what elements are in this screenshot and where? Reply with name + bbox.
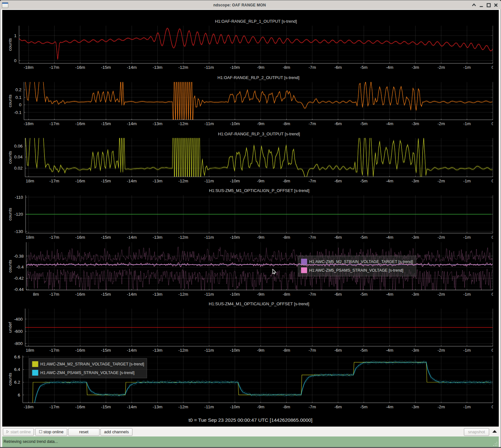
svg-text:-4m: -4m (386, 121, 393, 126)
svg-text:-11m: -11m (204, 179, 214, 183)
svg-text:-17m: -17m (50, 348, 60, 353)
svg-text:-3m: -3m (412, 235, 419, 240)
svg-text:-13m: -13m (153, 292, 163, 297)
svg-text:0: 0 (14, 58, 17, 63)
svg-text:-6m: -6m (334, 292, 342, 297)
svg-text:-14m: -14m (127, 121, 137, 126)
svg-text:-16m: -16m (75, 292, 85, 297)
svg-text:-1m: -1m (463, 179, 471, 183)
svg-text:-800: -800 (14, 341, 23, 346)
svg-text:H1:OAF-RANGE_RLP_2_OUTPUT [s-t: H1:OAF-RANGE_RLP_2_OUTPUT [s-trend] (218, 75, 299, 80)
svg-text:-11m: -11m (204, 404, 214, 409)
svg-text:-6m: -6m (334, 235, 342, 240)
svg-text:-14m: -14m (127, 404, 137, 409)
svg-text:-3m: -3m (412, 121, 419, 126)
svg-text:-1m: -1m (463, 404, 471, 409)
svg-text:-14m: -14m (127, 235, 137, 240)
svg-text:-15m: -15m (101, 65, 111, 70)
svg-text:-15m: -15m (101, 179, 111, 183)
svg-text:t0 = Tue Sep 23 2025 00:00:47: t0 = Tue Sep 23 2025 00:00:47 UTC [14426… (188, 417, 312, 423)
svg-text:-0.44: -0.44 (14, 287, 24, 292)
svg-text:8m: 8m (33, 292, 39, 297)
svg-text:-0.38: -0.38 (14, 254, 24, 259)
svg-text:-17m: -17m (50, 179, 60, 183)
svg-text:-12m: -12m (179, 179, 188, 183)
svg-text:-3m: -3m (412, 65, 419, 70)
svg-text:0.02: 0.02 (14, 166, 22, 171)
svg-text:-3m: -3m (412, 292, 419, 297)
svg-text:-15m: -15m (101, 348, 111, 353)
svg-text:-2m: -2m (437, 179, 445, 183)
svg-text:H1:SUS-ZM4_M1_OPTICALIGN_P_OFF: H1:SUS-ZM4_M1_OPTICALIGN_P_OFFSET [s-tre… (209, 301, 309, 306)
svg-text:-2m: -2m (437, 235, 445, 240)
svg-text:-0.4: -0.4 (16, 265, 24, 269)
svg-text:-11m: -11m (204, 235, 214, 240)
svg-text:-3m: -3m (412, 348, 419, 353)
svg-text:-6m: -6m (334, 348, 342, 353)
svg-text:-600: -600 (14, 329, 23, 334)
svg-text:6: 6 (18, 393, 20, 397)
svg-text:0.1: 0.1 (15, 95, 21, 100)
svg-text:-16m: -16m (75, 179, 85, 183)
svg-text:-1m: -1m (463, 121, 471, 126)
svg-text:0.04: 0.04 (14, 155, 23, 159)
svg-text:-6m: -6m (334, 404, 342, 409)
svg-text:-4m: -4m (386, 65, 393, 70)
svg-text:18m: 18m (26, 235, 34, 240)
svg-text:-5m: -5m (360, 292, 368, 297)
svg-text:counts: counts (8, 151, 12, 164)
svg-text:-9m: -9m (257, 235, 264, 240)
svg-text:-13m: -13m (153, 348, 163, 353)
svg-text:-11m: -11m (204, 121, 214, 126)
svg-text:-1m: -1m (463, 348, 471, 353)
svg-text:-2m: -2m (437, 121, 445, 126)
svg-text:-16m: -16m (75, 348, 85, 353)
svg-text:H1:OAF-RANGE_RLP_3_OUTPUT [s-t: H1:OAF-RANGE_RLP_3_OUTPUT [s-trend] (218, 132, 300, 136)
svg-text:-8m: -8m (283, 121, 290, 126)
svg-text:-14m: -14m (127, 179, 137, 183)
svg-text:-7m: -7m (308, 179, 316, 183)
svg-text:-11m: -11m (204, 292, 214, 297)
svg-text:-15m: -15m (101, 121, 111, 126)
svg-text:-12m: -12m (179, 65, 188, 70)
svg-text:-1m: -1m (463, 65, 471, 70)
svg-text:-8m: -8m (283, 404, 290, 409)
svg-text:-4m: -4m (386, 179, 393, 183)
svg-text:-8m: -8m (283, 292, 290, 297)
svg-text:-4m: -4m (386, 404, 393, 409)
svg-text:-5m: -5m (360, 65, 368, 70)
svg-text:-3m: -3m (412, 179, 419, 183)
svg-text:H1:AWC-ZM5_PSAMS_STRAIN_VOLTAG: H1:AWC-ZM5_PSAMS_STRAIN_VOLTAGE [s-trend… (309, 268, 403, 273)
svg-text:-12m: -12m (179, 235, 188, 240)
svg-text:-12m: -12m (179, 348, 188, 353)
svg-text:-17m: -17m (50, 404, 60, 409)
svg-text:-8m: -8m (283, 179, 290, 183)
svg-text:-14m: -14m (127, 292, 137, 297)
svg-text:0: 0 (19, 102, 21, 107)
svg-text:-2m: -2m (437, 292, 445, 297)
svg-text:-7m: -7m (308, 348, 316, 353)
svg-text:-110: -110 (15, 195, 23, 200)
svg-text:-8m: -8m (283, 348, 290, 353)
svg-text:-5m: -5m (360, 404, 368, 409)
svg-text:-4m: -4m (386, 292, 393, 297)
svg-text:-13m: -13m (153, 65, 163, 70)
svg-text:counts: counts (8, 38, 12, 51)
svg-text:-10m: -10m (230, 65, 240, 70)
svg-text:-10m: -10m (230, 348, 240, 353)
svg-text:-0.1: -0.1 (14, 110, 21, 115)
svg-text:-9m: -9m (257, 179, 264, 183)
svg-text:counts: counts (8, 260, 12, 273)
svg-text:-10m: -10m (230, 179, 240, 183)
svg-text:undef: undef (8, 322, 12, 333)
svg-text:-12m: -12m (179, 292, 188, 297)
svg-text:-130: -130 (14, 229, 23, 234)
svg-text:-16m: -16m (75, 121, 85, 126)
svg-text:-6m: -6m (334, 179, 342, 183)
svg-text:-8m: -8m (283, 235, 290, 240)
svg-text:-17m: -17m (50, 65, 60, 70)
svg-text:-12m: -12m (179, 404, 188, 409)
svg-text:-9m: -9m (257, 121, 264, 126)
svg-text:-5m: -5m (360, 348, 368, 353)
svg-text:-15m: -15m (101, 292, 111, 297)
